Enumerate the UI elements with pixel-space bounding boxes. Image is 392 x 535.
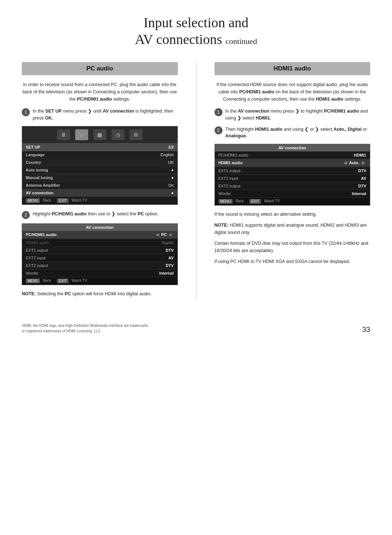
hdmi1-step2-text: Then highlight HDMI1 audio and using ❮ o… [225, 126, 371, 140]
av2-row-ext1-output: EXT1 outputDTV [215, 167, 370, 175]
av-row-ext2-output: EXT2 outputDTV [22, 262, 177, 269]
hdmi1-step1-number: 1 [215, 108, 222, 116]
setup-row-country: CountryUK [22, 159, 177, 166]
icon-clock: ◷ [111, 129, 124, 140]
pc-audio-section-header: PC audio [22, 62, 178, 75]
setup-row-antenna: Antenna AmplifierOn [22, 182, 177, 189]
setup-menu-icons: 🖥 ♪ ▦ ◷ ⚙ [22, 126, 177, 143]
av-row-ext2-input: EXT2 inputAV [22, 254, 177, 262]
av-row-woofer1: WooferInternal [22, 269, 177, 277]
hdmi1-step2: 2 Then highlight HDMI1 audio and using ❮… [215, 126, 371, 140]
av-connection-header1: AV connection [22, 224, 177, 231]
hdmi1-audio-column: HDMI1 audio If the connected HDMI source… [215, 62, 371, 301]
page-number: 33 [362, 325, 370, 334]
setup-menu-mock: 🖥 ♪ ▦ ◷ ⚙ SET UP 1/2 LanguageEnglish Cou… [22, 126, 178, 205]
two-column-layout: PC audio In order to receive sound from … [22, 62, 370, 301]
setup-row-language: LanguageEnglish [22, 151, 177, 159]
pc-audio-note: NOTE: Selecting the PC option will force… [22, 290, 178, 297]
icon-music: ♪ [75, 129, 88, 140]
av2-row-woofer: WooferInternal [215, 190, 370, 198]
page: Input selection and AV connections conti… [0, 0, 392, 535]
av-row-pc-hdmi1: PC/HDMI1 audio ◀ PC ▶ [22, 231, 177, 239]
av2-row-ext2-output: EXT2 outputDTV [215, 182, 370, 190]
setup-row-manual-tuning: Manual tuning ● [22, 174, 177, 182]
hdmi1-audio-section-header: HDMI1 audio [215, 62, 371, 75]
setup-menu-header: SET UP 1/2 [22, 143, 177, 151]
step1-number: 1 [22, 108, 30, 116]
setup-row-auto-tuning: Auto tuning ● [22, 166, 177, 174]
hdmi1-note3: Certain formats of DVD disk may not outp… [215, 240, 371, 254]
av-connection-header2: AV connection [215, 144, 370, 151]
hdmi1-audio-intro: If the connected HDMI source does not su… [215, 81, 371, 103]
pc-audio-step2: 2 Highlight PC/HDMI1 audio then use to ❯… [22, 211, 178, 219]
step1-text: In the SET UP menu press ❯ until AV conn… [33, 108, 178, 122]
av-connection-mock2: AV connection PC/HDMI1 audioHDMI1 HDMI1 … [215, 144, 371, 206]
setup-menu-footer: MENUBack EXITWatch TV [22, 197, 177, 204]
step2-number: 2 [22, 211, 30, 219]
hdmi1-step2-number: 2 [215, 126, 222, 134]
page-footer: HDMI, the HDMI logo, and High-Definition… [22, 323, 370, 334]
av2-row-ext2-input: EXT2 inputAV [215, 175, 370, 182]
av-row-hdmi1-audio: HDMI1 audio Digital [22, 239, 177, 247]
av-footer2: MENUBack EXITWatch TV [215, 198, 370, 205]
column-divider [196, 62, 196, 301]
av-footer1: MENUBack EXITWatch TV [22, 277, 177, 285]
page-header: Input selection and AV connections conti… [22, 15, 370, 48]
av-connection-mock1: AV connection PC/HDMI1 audio ◀ PC ▶ HDMI… [22, 223, 178, 285]
pc-audio-column: PC audio In order to receive sound from … [22, 62, 178, 301]
hdmi1-note2: NOTE: HDMI1 supports digital and analogu… [215, 222, 371, 236]
av2-row-hdmi1-audio: HDMI1 audio ◀ Auto. ▶ [215, 159, 370, 167]
icon-gear: ⚙ [130, 129, 143, 140]
icon-monitor: 🖥 [57, 129, 70, 140]
av2-row-pc-hdmi1: PC/HDMI1 audioHDMI1 [215, 151, 370, 159]
footnote-text: HDMI, the HDMI logo, and High-Definition… [22, 323, 152, 334]
page-title: Input selection and AV connections conti… [22, 15, 370, 48]
hdmi1-note4: If using PC HDMI to TV HDMI XGA and SXGA… [215, 258, 371, 265]
hdmi1-step1: 1 In the AV connection menu press ❯ to h… [215, 108, 371, 122]
step2-text: Highlight PC/HDMI1 audio then use to ❯ s… [33, 211, 159, 218]
pc-audio-intro: In order to receive sound from a connect… [22, 81, 178, 103]
av-row-ext1-output: EXT1 outputDTV [22, 247, 177, 254]
setup-row-av-connection: AV connection ● [22, 189, 177, 197]
icon-grid: ▦ [93, 129, 106, 140]
hdmi1-step1-text: In the AV connection menu press ❯ to hig… [225, 108, 371, 122]
hdmi1-note1: If the sound is missing select an altern… [215, 211, 371, 218]
pc-audio-step1: 1 In the SET UP menu press ❯ until AV co… [22, 108, 178, 122]
